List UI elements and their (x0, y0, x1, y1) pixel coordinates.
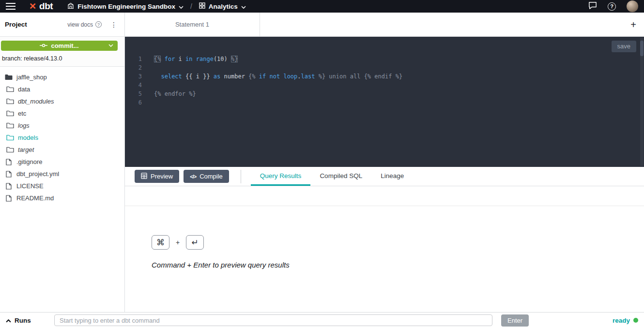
breadcrumb-separator: / (190, 2, 192, 10)
line-number: 5 (125, 89, 145, 98)
file-icon (5, 171, 13, 178)
dbt-logo-text: dbt (39, 1, 53, 12)
tab-statement-1[interactable]: Statement 1 (125, 13, 260, 36)
tree-item-label: README.md (16, 194, 54, 202)
code-line: {% endfor %} (154, 89, 402, 98)
enter-key-icon: ↵ (186, 235, 204, 250)
chevron-down-icon (179, 3, 184, 10)
runs-toggle[interactable]: Runs (6, 317, 54, 324)
line-number: 6 (125, 98, 145, 107)
sidebar: Project view docs ? ⋮ commit... branch: … (0, 13, 125, 312)
main-panel: Statement 1 + 123456 {% for i in range(1… (125, 13, 644, 312)
tree-item-target[interactable]: target (0, 144, 124, 156)
toolbar-divider (241, 170, 241, 183)
chevron-down-icon (108, 44, 113, 47)
new-tab-button[interactable]: + (630, 20, 636, 30)
branch-icon (40, 42, 47, 49)
project-name: Analytics (209, 3, 238, 10)
tree-item-models[interactable]: models (0, 132, 124, 144)
compile-code-icon: </> (190, 174, 196, 179)
commit-button[interactable]: commit... (1, 41, 118, 51)
hamburger-menu-icon[interactable] (6, 3, 15, 10)
file-icon (5, 183, 13, 190)
compile-button[interactable]: </> Compile (184, 170, 229, 183)
commit-section: commit... branch: release/4.13.0 (0, 37, 124, 67)
tree-item-dbt_modules[interactable]: dbt_modules (0, 95, 124, 107)
avatar[interactable] (627, 0, 638, 12)
preview-button[interactable]: Preview (135, 170, 179, 183)
tab-lineage[interactable]: Lineage (371, 167, 413, 186)
code-line: select {{ i }} as number {% if not loop.… (154, 72, 402, 81)
tree-item-logs[interactable]: logs (0, 119, 124, 132)
building-icon (67, 2, 74, 10)
account-name: Fishtown Engineering Sandbox (77, 3, 175, 10)
save-button[interactable]: save (612, 41, 636, 52)
folder-icon (6, 122, 14, 129)
code-lines: {% for i in range(10) %} select {{ i }} … (154, 37, 402, 167)
tree-item-label: target (18, 146, 34, 153)
tab-query-results[interactable]: Query Results (251, 167, 311, 186)
grid-icon (199, 2, 205, 10)
code-line (154, 98, 402, 107)
project-selector[interactable]: Analytics (199, 2, 246, 10)
tree-item-label: dbt_modules (18, 98, 54, 105)
tree-item-label: dbt_project.yml (16, 170, 59, 178)
tree-item-jaffle_shop[interactable]: jaffle_shop (0, 71, 124, 83)
enter-button[interactable]: Enter (501, 314, 529, 327)
tree-item-.gitignore[interactable]: .gitignore (0, 156, 124, 168)
topbar: ✕ dbt Fishtown Engineering Sandbox / Ana… (0, 0, 644, 13)
line-number: 3 (125, 72, 145, 81)
dbt-logo-icon: ✕ (29, 2, 36, 11)
tree-item-label: etc (18, 110, 26, 117)
line-number: 1 (125, 55, 145, 63)
results-body: ⌘ + ↵ Command + Enter to preview query r… (125, 206, 644, 312)
tree-item-etc[interactable]: etc (0, 107, 124, 119)
chat-icon[interactable] (588, 1, 597, 11)
tree-item-label: logs (18, 122, 30, 129)
line-number: 2 (125, 63, 145, 72)
editor-scrollbar-thumb[interactable] (640, 41, 644, 56)
runs-label: Runs (15, 317, 31, 324)
folder-open-icon (5, 74, 13, 80)
tree-item-README.md[interactable]: README.md (0, 192, 124, 204)
status-indicator: ready (613, 317, 638, 324)
results-toolbar: Preview </> Compile Query ResultsCompile… (125, 167, 644, 186)
help-icon[interactable]: ? (608, 2, 616, 11)
preview-grid-icon (141, 173, 147, 180)
code-editor[interactable]: 123456 {% for i in range(10) %} select {… (125, 37, 644, 167)
plus-sign: + (176, 239, 180, 246)
file-icon (5, 159, 13, 165)
tree-item-data[interactable]: data (0, 83, 124, 95)
tree-item-label: models (18, 134, 38, 141)
code-line (154, 63, 402, 72)
code-line: {% for i in range(10) %} (154, 55, 402, 63)
folder-icon (6, 134, 14, 141)
file-tree: jaffle_shopdatadbt_modulesetclogsmodelst… (0, 67, 124, 204)
results-strip (125, 186, 644, 206)
tree-item-LICENSE[interactable]: LICENSE (0, 180, 124, 192)
command-input[interactable] (54, 314, 492, 326)
view-docs-icon: ? (95, 21, 102, 28)
account-selector[interactable]: Fishtown Engineering Sandbox (67, 2, 184, 10)
sidebar-header: Project view docs ? ⋮ (0, 13, 124, 37)
editor-scrollbar[interactable] (640, 38, 644, 166)
compile-button-label: Compile (199, 173, 223, 180)
tree-item-label: .gitignore (16, 158, 42, 165)
view-docs-label: view docs (67, 21, 93, 28)
editor-tabbar: Statement 1 + (125, 13, 644, 37)
tree-item-label: jaffle_shop (16, 74, 47, 81)
line-numbers: 123456 (125, 37, 145, 167)
shortcut-hint-text: Command + Enter to preview query results (152, 261, 290, 269)
line-number: 4 (125, 81, 145, 89)
command-bar: Runs Enter ready (0, 312, 644, 328)
tree-item-dbt_project.yml[interactable]: dbt_project.yml (0, 168, 124, 180)
view-docs-link[interactable]: view docs ? (67, 21, 102, 28)
chevron-up-icon (6, 317, 11, 324)
preview-button-label: Preview (151, 173, 173, 180)
commit-button-label: commit... (51, 42, 78, 49)
kebab-menu-icon[interactable]: ⋮ (110, 21, 118, 29)
chevron-down-icon (241, 3, 246, 10)
status-dot-icon (633, 318, 638, 323)
tab-compiled-sql[interactable]: Compiled SQL (310, 167, 371, 186)
dbt-logo[interactable]: ✕ dbt (29, 1, 53, 12)
